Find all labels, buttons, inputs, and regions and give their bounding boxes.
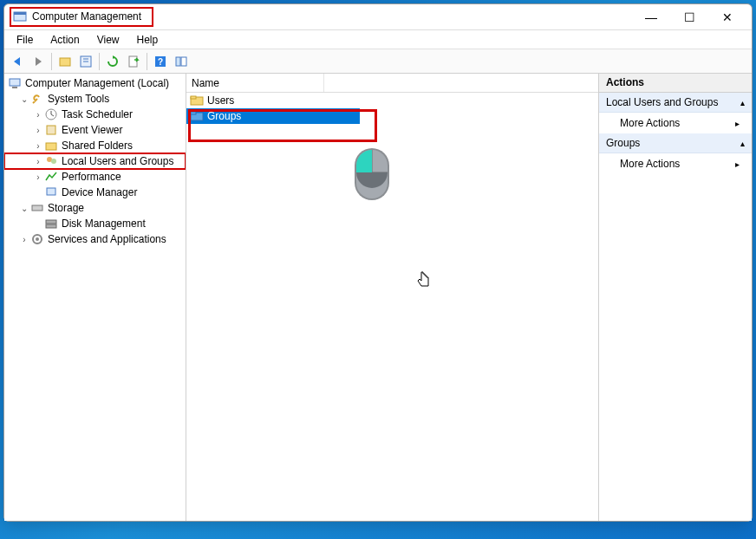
storage-icon [30, 201, 44, 215]
actions-more-groups[interactable]: More Actions ▸ [599, 153, 752, 174]
expand-icon[interactable]: › [32, 110, 44, 120]
titlebar[interactable]: Computer Management — ☐ ✕ [4, 4, 752, 30]
column-name[interactable]: Name [192, 74, 324, 92]
actions-pane: Actions Local Users and Groups ▴ More Ac… [599, 74, 752, 521]
tree-pane[interactable]: Computer Management (Local) ⌄ System Too… [4, 74, 186, 521]
tree-local-users-groups[interactable]: › Local Users and Groups [4, 153, 186, 169]
menu-file[interactable]: File [10, 32, 40, 48]
users-icon [44, 154, 58, 168]
tree-services-apps-label: Services and Applications [48, 233, 166, 245]
tree-device-manager-label: Device Manager [62, 186, 137, 198]
expand-icon[interactable]: › [18, 235, 30, 244]
menubar: File Action View Help [4, 30, 752, 49]
svg-text:?: ? [158, 57, 163, 67]
computer-icon [8, 76, 22, 90]
actions-section-groups-label: Groups [606, 137, 640, 149]
svg-rect-18 [47, 188, 55, 195]
folder-share-icon [44, 139, 58, 153]
list-pane[interactable]: Name Users Groups [186, 74, 599, 521]
tree-task-scheduler[interactable]: › Task Scheduler [4, 107, 186, 122]
toolbar: ? [4, 49, 752, 74]
svg-rect-1 [14, 12, 26, 15]
back-button[interactable] [8, 52, 27, 71]
clock-icon [44, 107, 58, 121]
forward-button[interactable] [29, 52, 48, 71]
tree-disk-management[interactable]: Disk Management [4, 216, 186, 231]
svg-rect-12 [12, 87, 17, 88]
mouse-graphic [351, 145, 393, 204]
tree-performance-label: Performance [62, 171, 121, 183]
show-hide-button[interactable] [172, 52, 191, 71]
actions-section-groups[interactable]: Groups ▴ [599, 133, 752, 153]
actions-section-lug-label: Local Users and Groups [606, 96, 718, 108]
properties-button[interactable] [76, 52, 95, 71]
submenu-arrow-icon: ▸ [735, 119, 740, 128]
svg-point-23 [36, 237, 39, 241]
computer-management-window: Computer Management — ☐ ✕ File Action Vi… [3, 3, 753, 522]
body-panes: Computer Management (Local) ⌄ System Too… [4, 74, 752, 521]
list-body[interactable]: Users Groups [186, 93, 598, 521]
svg-rect-9 [176, 57, 180, 66]
menu-view[interactable]: View [90, 32, 127, 48]
svg-rect-27 [191, 112, 196, 114]
tree-root[interactable]: Computer Management (Local) [4, 75, 186, 91]
close-button[interactable]: ✕ [708, 5, 746, 29]
tree-services-apps[interactable]: › Services and Applications [4, 231, 186, 247]
list-item-groups-label: Groups [207, 110, 241, 122]
svg-rect-14 [47, 126, 55, 134]
actions-header: Actions [599, 74, 752, 93]
tree-disk-management-label: Disk Management [62, 218, 146, 230]
svg-rect-10 [181, 57, 186, 66]
tree-event-viewer[interactable]: › Event Viewer [4, 122, 186, 138]
list-item-users[interactable]: Users [186, 93, 598, 108]
app-icon [13, 10, 27, 23]
tools-icon [30, 92, 44, 106]
collapse-icon[interactable]: ⌄ [18, 94, 30, 104]
up-button[interactable] [55, 52, 75, 71]
expand-icon[interactable]: › [32, 172, 44, 182]
list-header[interactable]: Name [186, 74, 598, 93]
menu-action[interactable]: Action [43, 32, 86, 48]
device-icon [44, 185, 58, 199]
tree-storage[interactable]: ⌄ Storage [4, 200, 186, 216]
svg-rect-20 [46, 220, 56, 224]
svg-rect-25 [191, 96, 196, 99]
tree-system-tools-label: System Tools [48, 93, 109, 105]
tree-device-manager[interactable]: Device Manager [4, 185, 186, 200]
svg-rect-2 [60, 58, 70, 66]
tree-root-label: Computer Management (Local) [25, 77, 169, 89]
maximize-button[interactable]: ☐ [670, 5, 708, 29]
svg-rect-15 [46, 143, 56, 150]
list-item-users-label: Users [207, 94, 234, 107]
folder-icon [190, 94, 204, 107]
svg-point-17 [51, 159, 56, 164]
expand-icon[interactable]: › [32, 126, 44, 135]
collapse-icon[interactable]: ▴ [740, 139, 745, 148]
actions-more-lug[interactable]: More Actions ▸ [599, 113, 752, 133]
menu-help[interactable]: Help [130, 32, 166, 48]
actions-more-lug-label: More Actions [620, 117, 680, 129]
tree-storage-label: Storage [48, 202, 84, 214]
window-title: Computer Management [32, 10, 148, 23]
expand-icon[interactable]: › [32, 141, 44, 151]
tree-shared-folders[interactable]: › Shared Folders [4, 138, 186, 153]
help-button[interactable]: ? [151, 52, 170, 71]
svg-rect-19 [32, 205, 42, 211]
title-highlight: Computer Management [10, 7, 153, 27]
tree-shared-folders-label: Shared Folders [62, 140, 133, 152]
list-item-groups[interactable]: Groups [186, 108, 360, 124]
expand-icon[interactable]: › [32, 157, 44, 166]
folder-icon [190, 109, 204, 123]
actions-section-lug[interactable]: Local Users and Groups ▴ [599, 93, 752, 113]
actions-more-groups-label: More Actions [620, 158, 680, 170]
performance-icon [44, 170, 58, 184]
svg-rect-21 [46, 224, 56, 228]
refresh-button[interactable] [103, 52, 122, 71]
export-button[interactable] [124, 52, 143, 71]
tree-performance[interactable]: › Performance [4, 169, 186, 185]
collapse-icon[interactable]: ⌄ [18, 204, 30, 213]
collapse-icon[interactable]: ▴ [740, 98, 745, 107]
minimize-button[interactable]: — [632, 5, 670, 29]
tree-system-tools[interactable]: ⌄ System Tools [4, 91, 186, 107]
services-icon [30, 232, 44, 246]
